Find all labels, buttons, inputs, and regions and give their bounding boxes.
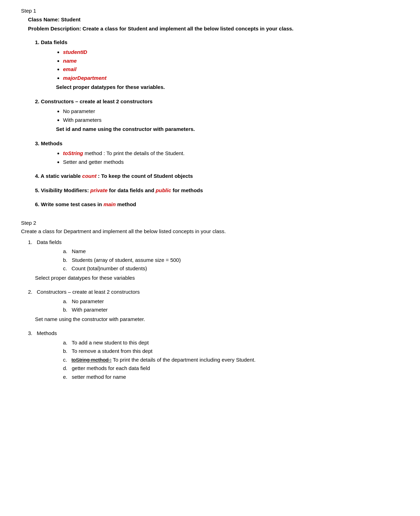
step1-problem-desc: Problem Description: Create a class for … (28, 25, 399, 33)
list-item: a. Name (63, 247, 399, 256)
section-heading: 5. Visibility Modifiers: private for dat… (35, 187, 399, 195)
list-item: No parameter (63, 107, 399, 116)
list-item: a. To add a new student to this dept (63, 339, 399, 347)
section-heading: 6. Write some test cases in main method (35, 201, 399, 209)
list-item: b. With parameter (63, 306, 399, 314)
data-fields-alpha-list: a. Name b. Students (array of student, a… (63, 247, 399, 273)
section-main-method: 6. Write some test cases in main method (35, 201, 399, 209)
step2-desc: Create a class for Department and implem… (21, 228, 399, 236)
list-item: d. getter methods for each data field (63, 364, 399, 372)
step2-section-methods: 3. Methods a. To add a new student to th… (28, 329, 399, 381)
list-item: b. To remove a student from this dept (63, 347, 399, 355)
section-heading: 1. Data fields (28, 238, 399, 246)
list-item: e. setter method for name (63, 373, 399, 381)
follow-text: Select proper datatypes for these variab… (56, 83, 399, 91)
methods-alpha-list: a. To add a new student to this dept b. … (63, 339, 399, 381)
step1-class-name: Class Name: Student (28, 16, 399, 24)
step1-block: Step 1 Class Name: Student Problem Descr… (21, 7, 399, 209)
data-fields-list: studentID name email majorDepartment (63, 48, 399, 82)
list-item: c. toString method : To print the detail… (63, 356, 399, 364)
step2-block: Step 2 Create a class for Department and… (21, 219, 399, 381)
list-item: name (63, 57, 399, 65)
list-item: toString method : To print the details o… (63, 149, 399, 158)
methods-list: toString method : To print the details o… (63, 149, 399, 166)
constructors-alpha-list: a. No parameter b. With parameter (63, 298, 399, 314)
follow-text: Set id and name using the constructor wi… (56, 125, 399, 133)
list-item: c. Count (total)number of students) (63, 265, 399, 273)
section-heading: 2. Constructors – create at least 2 cons… (35, 98, 399, 106)
list-item: With parameters (63, 116, 399, 124)
step2-section-constructors: 2. Constructors – create at least 2 cons… (28, 288, 399, 323)
section-heading: 3. Methods (28, 329, 399, 337)
constructors-list: No parameter With parameters (63, 107, 399, 124)
list-item: b. Students (array of student, assume si… (63, 256, 399, 264)
section-static-var: 4. A static variable count : To keep the… (35, 172, 399, 180)
section-heading: 3. Methods (35, 140, 399, 148)
step2-label: Step 2 (21, 219, 399, 227)
list-item: Setter and getter methods (63, 158, 399, 166)
step2-section-data-fields: 1. Data fields a. Name b. Students (arra… (28, 238, 399, 282)
list-item: majorDepartment (63, 74, 399, 82)
section-constructors: 2. Constructors – create at least 2 cons… (35, 98, 399, 133)
step1-label: Step 1 (21, 7, 399, 15)
follow-text: Select proper datatypes for these variab… (35, 274, 399, 282)
list-item: a. No parameter (63, 298, 399, 306)
section-heading: 1. Data fields (35, 39, 399, 47)
follow-text: Set name using the constructor with para… (35, 315, 399, 323)
section-heading: 4. A static variable count : To keep the… (35, 172, 399, 180)
section-visibility: 5. Visibility Modifiers: private for dat… (35, 187, 399, 195)
list-item: studentID (63, 48, 399, 56)
section-methods: 3. Methods toString method : To print th… (35, 140, 399, 166)
list-item: email (63, 65, 399, 74)
section-data-fields: 1. Data fields studentID name email majo… (35, 39, 399, 91)
section-heading: 2. Constructors – create at least 2 cons… (28, 288, 399, 296)
